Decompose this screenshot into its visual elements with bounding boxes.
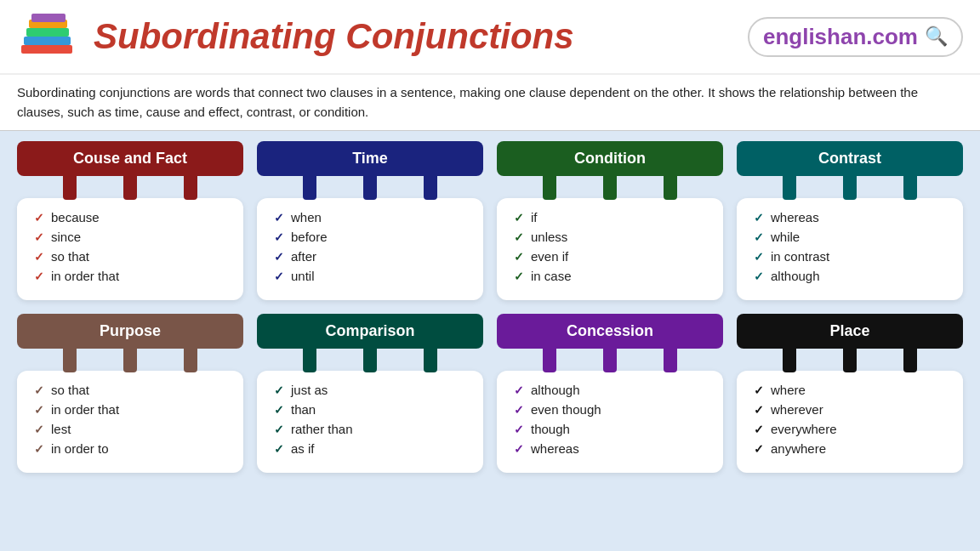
list-item: in case	[514, 269, 711, 283]
list-item: anywhere	[754, 441, 951, 456]
list-item: so that	[34, 249, 231, 264]
item-list-cause: becausesinceso thatin order that	[34, 210, 231, 283]
category-pegs-purpose	[40, 349, 221, 372]
category-label-condition: Condition	[497, 141, 723, 176]
item-list-time: whenbeforeafteruntil	[274, 210, 471, 283]
peg-purpose-0	[63, 349, 77, 372]
peg-time-2	[424, 176, 437, 200]
list-item: just as	[274, 383, 471, 397]
category-pegs-contrast	[760, 176, 941, 200]
category-block-concession: Concessionalthougheven thoughthoughwhere…	[497, 314, 723, 473]
list-item: lest	[34, 422, 231, 436]
category-content-time: whenbeforeafteruntil	[257, 198, 483, 300]
category-block-purpose: Purposeso thatin order thatlestin order …	[17, 314, 243, 473]
list-item: in contrast	[754, 249, 951, 264]
item-list-contrast: whereaswhilein contrastalthough	[754, 210, 951, 283]
category-content-condition: ifunlesseven ifin case	[497, 198, 723, 300]
peg-cause-1	[123, 176, 137, 200]
peg-time-0	[303, 176, 316, 200]
svg-rect-4	[31, 14, 66, 22]
category-content-purpose: so thatin order thatlestin order to	[17, 371, 243, 473]
page-title: Subordinating Conjunctions	[94, 16, 731, 57]
category-content-comparison: just asthanrather thanas if	[257, 371, 483, 473]
item-list-concession: althougheven thoughthoughwhereas	[514, 383, 711, 456]
list-item: even if	[514, 249, 711, 264]
category-label-cause: Couse and Fact	[17, 141, 243, 176]
category-pegs-condition	[520, 176, 701, 200]
peg-place-2	[903, 349, 917, 372]
item-list-place: wherewherevereverywhereanywhere	[754, 383, 951, 456]
peg-comparison-0	[303, 349, 316, 372]
peg-concession-2	[664, 349, 677, 372]
category-content-concession: althougheven thoughthoughwhereas	[497, 371, 723, 473]
list-item: when	[274, 210, 471, 224]
list-item: rather than	[274, 422, 471, 436]
item-list-condition: ifunlesseven ifin case	[514, 210, 711, 283]
peg-condition-2	[664, 176, 677, 200]
header: Subordinating Conjunctions englishan.com…	[0, 0, 980, 75]
site-label: englishan.com	[763, 24, 918, 50]
peg-condition-0	[543, 176, 556, 200]
svg-rect-1	[24, 37, 71, 45]
list-item: because	[34, 210, 231, 224]
category-block-condition: Conditionifunlesseven ifin case	[497, 141, 723, 300]
category-pegs-comparison	[280, 349, 461, 372]
category-block-cause: Couse and Factbecausesinceso thatin orde…	[17, 141, 243, 300]
peg-cause-0	[63, 176, 77, 200]
peg-time-1	[363, 176, 377, 200]
category-block-time: Timewhenbeforeafteruntil	[257, 141, 483, 300]
category-content-place: wherewherevereverywhereanywhere	[737, 371, 963, 473]
list-item: before	[274, 230, 471, 244]
item-list-purpose: so thatin order thatlestin order to	[34, 383, 231, 456]
category-block-place: Placewherewherevereverywhereanywhere	[737, 314, 963, 473]
category-block-contrast: Contrastwhereaswhilein contrastalthough	[737, 141, 963, 300]
list-item: even though	[514, 402, 711, 417]
peg-contrast-2	[903, 176, 917, 200]
list-item: everywhere	[754, 422, 951, 436]
list-item: if	[514, 210, 711, 224]
peg-contrast-1	[843, 176, 857, 200]
category-block-comparison: Comparisonjust asthanrather thanas if	[257, 314, 483, 473]
list-item: as if	[274, 441, 471, 456]
peg-comparison-2	[424, 349, 437, 372]
category-content-cause: becausesinceso thatin order that	[17, 198, 243, 300]
list-item: while	[754, 230, 951, 244]
peg-purpose-2	[184, 349, 197, 372]
category-pegs-cause	[40, 176, 221, 200]
logo	[17, 7, 77, 66]
peg-concession-0	[543, 349, 556, 372]
list-item: until	[274, 269, 471, 283]
list-item: after	[274, 249, 471, 264]
category-pegs-place	[760, 349, 941, 372]
list-item: in order to	[34, 441, 231, 456]
peg-contrast-0	[783, 176, 796, 200]
list-item: whereas	[514, 441, 711, 456]
category-label-concession: Concession	[497, 314, 723, 349]
peg-place-1	[843, 349, 857, 372]
list-item: where	[754, 383, 951, 397]
category-label-contrast: Contrast	[737, 141, 963, 176]
main-content: Couse and Factbecausesinceso thatin orde…	[0, 131, 980, 483]
list-item: in order that	[34, 402, 231, 417]
list-item: since	[34, 230, 231, 244]
peg-cause-2	[184, 176, 197, 200]
list-item: so that	[34, 383, 231, 397]
list-item: wherever	[754, 402, 951, 417]
peg-purpose-1	[123, 349, 137, 372]
search-box[interactable]: englishan.com 🔍	[748, 17, 963, 57]
list-item: though	[514, 422, 711, 436]
item-list-comparison: just asthanrather thanas if	[274, 383, 471, 456]
category-label-place: Place	[737, 314, 963, 349]
peg-condition-1	[603, 176, 617, 200]
peg-comparison-1	[363, 349, 377, 372]
category-pegs-time	[280, 176, 461, 200]
peg-concession-1	[603, 349, 617, 372]
list-item: than	[274, 402, 471, 417]
category-content-contrast: whereaswhilein contrastalthough	[737, 198, 963, 300]
category-label-purpose: Purpose	[17, 314, 243, 349]
search-icon[interactable]: 🔍	[925, 26, 948, 48]
svg-rect-0	[21, 45, 72, 54]
category-pegs-concession	[520, 349, 701, 372]
category-label-comparison: Comparison	[257, 314, 483, 349]
list-item: whereas	[754, 210, 951, 224]
